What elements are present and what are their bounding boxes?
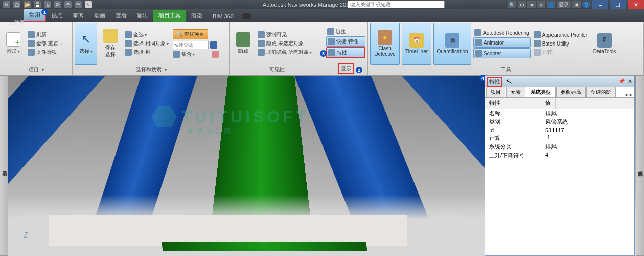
cloud-icon[interactable] (242, 13, 251, 19)
property-row[interactable]: 计算-1 (485, 134, 634, 142)
quick-access-toolbar: N ▢ 📂 💾 ⎙ ⟳ ↶ ↷ ↖ (0, 1, 95, 8)
close-button[interactable]: ✕ (628, 0, 644, 9)
help-icon[interactable]: ? (582, 1, 590, 8)
prop-key: 系统分类 (485, 143, 541, 151)
select-all-button[interactable]: 全选 (124, 31, 170, 39)
nav-icon-3[interactable]: ✕ (537, 1, 545, 8)
render-button[interactable]: Autodesk Rendering (473, 29, 531, 37)
ptab-phase[interactable]: 创建的阶 (586, 87, 616, 97)
attach-button[interactable]: ＋ 附加 (2, 23, 25, 65)
datatools-button[interactable]: 🗄 DataTools (590, 23, 619, 65)
group-label-project: 项目 (2, 65, 70, 74)
force-icon (258, 31, 265, 38)
maximize-button[interactable]: ☐ (610, 0, 626, 9)
nav-icon-1[interactable]: ⚙ (518, 1, 526, 8)
nav-icon-2[interactable]: ★ (527, 1, 536, 8)
properties-grid: 特性 值 名称排风类别风管系统Id531117计算-1系统分类排风上升/下降符号… (485, 98, 634, 160)
timeliner-button[interactable]: 📅 TimeLiner (402, 23, 431, 65)
cursor-qat-icon[interactable]: ↖ (85, 1, 92, 8)
tab-view[interactable]: 查看 (110, 10, 132, 22)
tab-next-icon[interactable]: ► (629, 92, 633, 97)
tab-bim360[interactable]: BIM 360 (208, 11, 239, 22)
tab-render[interactable]: 渲染 (186, 10, 208, 22)
quick-find-input[interactable] (173, 41, 209, 49)
new-icon[interactable]: ▢ (13, 1, 20, 8)
batch-icon (534, 40, 541, 47)
exchange-icon[interactable]: ✖ (572, 1, 581, 8)
unhide-all-button[interactable]: 取消隐藏 所有对象 (257, 48, 313, 56)
clash-icon: ⚡ (378, 30, 392, 45)
undo-icon[interactable]: ↶ (64, 1, 72, 8)
ptab-systemtype[interactable]: 系统类型 (526, 87, 556, 97)
properties-button[interactable]: 特性 (326, 47, 365, 58)
animator-button[interactable]: Animator (473, 37, 531, 48)
hide-unsel-icon (258, 40, 265, 47)
file-opts-icon (28, 49, 35, 56)
property-row[interactable]: 上升/下降符号4 (485, 151, 634, 160)
select-button[interactable]: ↖ 选择 (75, 23, 97, 65)
property-row[interactable]: 系统分类排风 (485, 142, 634, 151)
title-bar: N ▢ 📂 💾 ⎙ ⟳ ↶ ↷ ↖ Autodesk Navisworks Ma… (0, 0, 644, 9)
compare-icon (534, 49, 541, 56)
sets-button[interactable]: 集合 (172, 50, 220, 58)
tab-prev-icon[interactable]: ◄ (624, 92, 628, 97)
tab-itemtools[interactable]: 项目工具 (153, 10, 186, 22)
quick-properties-button[interactable]: 快捷 特性 (326, 36, 365, 47)
properties-title-bar[interactable]: 特性 ↖ 📌 ✕ (485, 76, 634, 87)
refresh-button[interactable]: 刷新 (27, 31, 63, 39)
reset-button[interactable]: 全部 重置... (27, 39, 63, 48)
watermark: TUITUISOFT (151, 106, 309, 127)
panel-close-icon[interactable]: ✕ (628, 78, 632, 85)
tab-viewpoint[interactable]: 视点 (46, 10, 67, 22)
user-icon[interactable]: 👤 (547, 1, 555, 8)
batch-button[interactable]: Batch Utility (533, 39, 588, 48)
vtab-itemtree[interactable]: 项目目录 (0, 78, 8, 256)
property-row[interactable]: 类别风管系统 (485, 118, 634, 126)
file-opts-button[interactable]: 文件选项 (27, 48, 63, 56)
open-icon[interactable]: 📂 (24, 1, 31, 8)
infocenter-icon[interactable]: 🔍 (508, 1, 516, 8)
clash-button[interactable]: ⚡ Clash Detective (370, 23, 400, 65)
refresh-qat-icon[interactable]: ⟳ (54, 1, 61, 8)
paused-label: 已暂停 (9, 19, 25, 26)
ptab-item[interactable]: 项目 (486, 87, 505, 97)
tab-review[interactable]: 审阅 (67, 10, 89, 22)
tab-output[interactable]: 输出 (132, 10, 153, 22)
property-row[interactable]: 名称排风 (485, 109, 634, 118)
hide-button[interactable]: 隐藏 (232, 23, 255, 65)
save-icon[interactable]: 💾 (34, 1, 41, 8)
quant-icon: ▦ (445, 33, 459, 48)
pin-icon[interactable]: 📌 (618, 78, 625, 85)
keyword-search-input[interactable] (348, 1, 445, 8)
force-visible-button[interactable]: 强制可见 (257, 31, 313, 39)
property-row[interactable]: Id531117 (485, 126, 634, 134)
print-icon[interactable]: ⎙ (44, 1, 51, 8)
scripter-button[interactable]: Scripter (473, 48, 531, 58)
ptab-element[interactable]: 元素 (506, 87, 525, 97)
ribbon: ＋ 附加 刷新 全部 重置... 文件选项 项目 ↖ 选择 保存 选择 全选 (0, 22, 644, 76)
prop-key: Id (485, 127, 541, 133)
prop-value: -1 (541, 134, 550, 142)
redo-icon[interactable]: ↷ (75, 1, 82, 8)
app-menu-icon[interactable]: N (3, 1, 10, 8)
login-label[interactable]: 登录 (557, 1, 571, 8)
ribbon-tabs: 常用 视点 审阅 动画 查看 输出 项目工具 渲染 BIM 360 (0, 9, 644, 22)
find-items-button[interactable]: 🔍 查找项目 (173, 29, 208, 39)
vtab-saved-views[interactable]: 保存的视点 (636, 78, 644, 256)
links-button[interactable]: 链接 (326, 28, 365, 36)
properties-title-label: 特性 (487, 77, 502, 87)
tab-anim[interactable]: 动画 (89, 10, 110, 22)
select-same-button[interactable]: 选择 相同对象 (124, 39, 170, 48)
hide-unselected-button[interactable]: 隐藏 未选定对象 (257, 39, 313, 48)
save-selection-button[interactable]: 保存 选择 (99, 23, 122, 65)
compare-button[interactable]: 比较 (533, 48, 588, 56)
group-label-select: 选择和搜索 (75, 65, 227, 74)
quantification-button[interactable]: ▦ Quantification (433, 23, 471, 65)
select-tree-button[interactable]: 选择 树 (124, 48, 170, 56)
tree-icon (125, 49, 132, 56)
scripter-icon (475, 50, 482, 57)
go-icon[interactable] (210, 41, 217, 49)
ptab-reflevel[interactable]: 参照标高 (556, 87, 586, 97)
minimize-button[interactable]: – (592, 0, 608, 9)
appearance-button[interactable]: Appearance Profiler (533, 31, 588, 39)
